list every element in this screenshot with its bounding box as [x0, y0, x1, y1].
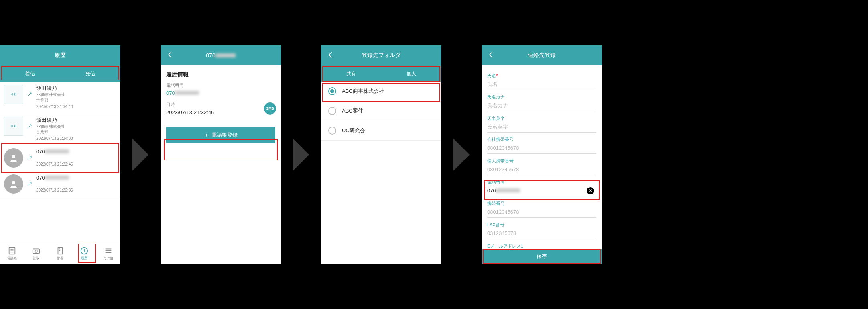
unknown-avatar-icon: ? — [4, 174, 23, 194]
contact-form: 氏名* 氏名カナ 氏名英字 会社携帯番号 個人携帯番号 電話番号 070 ✕ 携… — [482, 65, 602, 264]
folder-list: ABC商事株式会社 ABC案件 UC研究会 — [321, 82, 441, 264]
label-fax: FAX番号 — [487, 222, 596, 228]
input-en[interactable] — [487, 121, 596, 133]
row-text: 飯田綾乃 ××商事株式会社 営業部 2023/07/13 21:34:44 — [36, 85, 116, 110]
header: 070 — [161, 45, 281, 65]
outgoing-call-icon — [27, 174, 32, 186]
timestamp: 2023/07/13 21:32:46 — [36, 162, 116, 167]
tab-shared[interactable]: 共有 — [321, 65, 381, 82]
save-button[interactable]: 保存 — [482, 249, 602, 264]
tab-personal[interactable]: 個人 — [381, 65, 441, 82]
outgoing-call-icon — [27, 85, 32, 97]
svg-rect-12 — [61, 249, 61, 250]
screen-contact-register: 連絡先登録 氏名* 氏名カナ 氏名英字 会社携帯番号 個人携帯番号 電話番号 0… — [482, 45, 602, 264]
contact-dept: 営業部 — [36, 98, 116, 103]
label-email: Eメールアドレス1 — [487, 243, 596, 249]
contact-dept: 営業部 — [36, 129, 116, 135]
nav-other[interactable]: その他 — [96, 243, 120, 264]
tabs: 共有 個人 — [321, 65, 441, 82]
header-title: 連絡先登録 — [528, 52, 556, 59]
field-value: 070 — [166, 90, 275, 96]
field-value: 2023/07/13 21:32:46 — [166, 109, 275, 115]
svg-text:?: ? — [12, 180, 15, 185]
header: 履歴 — [0, 45, 120, 65]
svg-rect-8 — [33, 249, 40, 253]
list-item[interactable]: ? 070 2023/07/13 21:32:46 — [0, 145, 120, 171]
nav-phonebook[interactable]: 電話帳 — [0, 243, 24, 264]
card-thumb-icon: 名刺 — [4, 117, 23, 136]
svg-point-9 — [35, 250, 37, 252]
nav-scan[interactable]: 読取 — [24, 243, 48, 264]
folder-item[interactable]: ABC商事株式会社 — [321, 82, 441, 101]
radio-icon — [328, 87, 336, 95]
contact-name: 飯田綾乃 — [36, 117, 116, 124]
label-mobile-pr: 個人携帯番号 — [487, 158, 596, 164]
folder-item[interactable]: UC研究会 — [321, 121, 441, 141]
arrow-icon — [441, 137, 482, 173]
back-button[interactable] — [487, 51, 495, 60]
radio-icon — [328, 127, 336, 135]
phone-number: 070 — [36, 148, 116, 156]
clear-icon[interactable]: ✕ — [587, 187, 594, 194]
header-title: 登録先フォルダ — [362, 52, 401, 59]
header-title: 履歴 — [55, 52, 66, 59]
contact-company: ××商事株式会社 — [36, 92, 116, 98]
nav-history[interactable]: 履歴 — [72, 243, 96, 264]
folder-label: ABC商事株式会社 — [342, 88, 384, 95]
nav-department[interactable]: 部署 — [48, 243, 72, 264]
tab-sent[interactable]: 発信 — [60, 65, 120, 82]
svg-rect-14 — [61, 250, 61, 251]
input-kana[interactable] — [487, 100, 596, 111]
history-list: 名刺 飯田綾乃 ××商事株式会社 営業部 2023/07/13 21:34:44… — [0, 82, 120, 243]
header-title: 070 — [206, 52, 235, 59]
input-mobile-pr[interactable] — [487, 164, 596, 175]
outgoing-call-icon — [27, 148, 32, 160]
register-phonebook-button[interactable]: ＋ 電話帳登録 — [166, 127, 275, 143]
timestamp: 2023/07/13 21:34:44 — [36, 104, 116, 110]
timestamp: 2023/07/13 21:32:36 — [36, 188, 116, 193]
label-cell: 携帯番号 — [487, 201, 596, 207]
tab-received[interactable]: 着信 — [0, 65, 60, 82]
input-phone[interactable]: 070 — [487, 185, 596, 196]
list-item[interactable]: ? 070 2023/07/13 21:32:36 — [0, 171, 120, 197]
detail-content: 履歴情報 電話番号 070 SMS 日時 2023/07/13 21:32:46… — [161, 65, 281, 264]
label-mobile-co: 会社携帯番号 — [487, 137, 596, 143]
field-datetime: 日時 2023/07/13 21:32:46 — [161, 100, 281, 119]
row-text: 070 2023/07/13 21:32:46 — [36, 148, 116, 167]
input-mobile-co[interactable] — [487, 143, 596, 154]
bottom-nav: 電話帳 読取 部署 履歴 その他 — [0, 243, 120, 264]
arrow-icon — [281, 137, 321, 173]
label-kana: 氏名カナ — [487, 94, 596, 100]
contact-company: ××商事株式会社 — [36, 124, 116, 129]
input-fax[interactable] — [487, 228, 596, 239]
screen-history: 履歴 着信 発信 名刺 飯田綾乃 ××商事株式会社 営業部 2023/07/13… — [0, 45, 120, 264]
field-label: 電話番号 — [166, 82, 275, 88]
svg-rect-10 — [58, 248, 63, 254]
field-phone: 電話番号 070 — [161, 81, 281, 100]
list-item[interactable]: 名刺 飯田綾乃 ××商事株式会社 営業部 2023/07/13 21:34:38 — [0, 113, 120, 145]
label-en: 氏名英字 — [487, 115, 596, 121]
back-button[interactable] — [327, 51, 335, 60]
section-title: 履歴情報 — [161, 65, 281, 81]
folder-label: ABC案件 — [342, 107, 363, 115]
input-name[interactable] — [487, 79, 596, 90]
sms-button[interactable]: SMS — [264, 102, 276, 115]
header: 連絡先登録 — [482, 45, 602, 65]
radio-icon — [328, 107, 336, 115]
list-item[interactable]: 名刺 飯田綾乃 ××商事株式会社 営業部 2023/07/13 21:34:44 — [0, 82, 120, 113]
plus-icon: ＋ — [204, 131, 209, 139]
phone-number: 070 — [36, 174, 116, 182]
screen-history-detail: 070 履歴情報 電話番号 070 SMS 日時 2023/07/13 21:3… — [161, 45, 281, 264]
outgoing-call-icon — [27, 117, 32, 129]
label-phone: 電話番号 — [487, 179, 596, 185]
row-text: 070 2023/07/13 21:32:36 — [36, 174, 116, 193]
back-button[interactable] — [166, 51, 174, 60]
row-text: 飯田綾乃 ××商事株式会社 営業部 2023/07/13 21:34:38 — [36, 117, 116, 141]
input-cell[interactable] — [487, 207, 596, 218]
contact-name: 飯田綾乃 — [36, 85, 116, 92]
label-name: 氏名* — [487, 73, 596, 79]
card-thumb-icon: 名刺 — [4, 85, 23, 104]
folder-item[interactable]: ABC案件 — [321, 101, 441, 121]
timestamp: 2023/07/13 21:34:38 — [36, 136, 116, 141]
arrow-icon — [120, 137, 161, 173]
